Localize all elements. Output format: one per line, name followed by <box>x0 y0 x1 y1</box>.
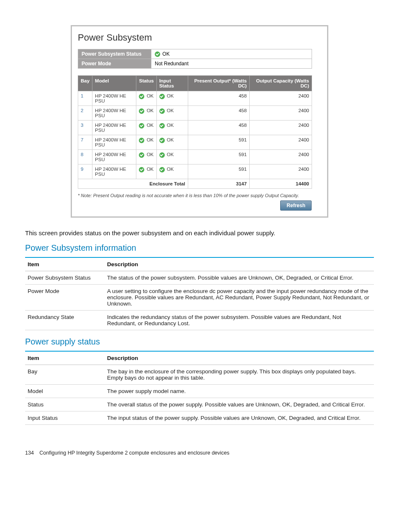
bay-cell: 7 <box>78 135 92 150</box>
input-status-cell: OK <box>156 164 188 179</box>
present-output-cell: 458 <box>188 121 249 135</box>
table-row: Power ModeA user setting to configure th… <box>25 285 374 311</box>
input-status-cell: OK <box>156 91 188 106</box>
table-row: 1HP 2400W HE PSU OK OK4582400 <box>78 91 312 106</box>
input-status-cell: OK <box>156 106 188 121</box>
total-row: Enclosure Total 3147 14400 <box>78 179 312 189</box>
output-capacity-cell: 2400 <box>249 121 312 135</box>
present-output-cell: 458 <box>188 91 249 106</box>
present-output-cell: 591 <box>188 150 249 164</box>
total-capacity: 14400 <box>249 179 312 189</box>
desc-cell: The input status of the power supply. Po… <box>105 411 374 425</box>
ok-icon <box>139 108 144 114</box>
psu-table: Bay Model Status Input Status Present Ou… <box>78 75 312 189</box>
table-row: StatusThe overall status of the power su… <box>25 398 374 411</box>
ok-icon <box>139 123 144 129</box>
item-cell: Redundancy State <box>25 311 105 330</box>
intro-text: This screen provides status on the power… <box>25 229 374 236</box>
ok-icon <box>159 152 165 158</box>
refresh-button[interactable]: Refresh <box>280 200 312 211</box>
output-capacity-cell: 2400 <box>249 164 312 179</box>
col-item: Item <box>25 257 105 271</box>
table-row: 2HP 2400W HE PSU OK OK4582400 <box>78 106 312 121</box>
ok-icon <box>155 51 160 57</box>
status-label: Power Subsystem Status <box>78 49 151 59</box>
input-status-cell: OK <box>156 150 188 164</box>
power-subsystem-panel: Power Subsystem Power Subsystem Status O… <box>71 25 328 218</box>
status-cell: OK <box>136 135 156 150</box>
bay-cell: 8 <box>78 150 92 164</box>
model-cell: HP 2400W HE PSU <box>92 106 136 121</box>
total-output: 3147 <box>188 179 249 189</box>
ok-icon <box>139 167 144 172</box>
page-number: 134 <box>25 450 34 456</box>
ok-icon <box>159 94 165 99</box>
col-present-output: Present Output* (Watts DC) <box>188 76 249 91</box>
col-desc: Description <box>105 257 374 271</box>
table-row: Power Subsystem StatusThe status of the … <box>25 271 374 285</box>
bay-cell: 1 <box>78 91 92 106</box>
mode-label: Power Mode <box>78 59 151 69</box>
status-cell: OK <box>136 106 156 121</box>
col-model: Model <box>92 76 136 91</box>
status-cell: OK <box>136 91 156 106</box>
footer-text: Configuring HP Integrity Superdome 2 com… <box>39 450 229 456</box>
col-item: Item <box>25 351 105 365</box>
desc-cell: The status of the power subsystem. Possi… <box>105 271 374 285</box>
desc-cell: The bay in the enclosure of the correspo… <box>105 365 374 385</box>
desc-cell: The power supply model name. <box>105 385 374 398</box>
col-input-status: Input Status <box>156 76 188 91</box>
status-cell: OK <box>136 150 156 164</box>
bay-cell: 9 <box>78 164 92 179</box>
output-capacity-cell: 2400 <box>249 150 312 164</box>
total-label: Enclosure Total <box>78 179 188 189</box>
item-cell: Power Subsystem Status <box>25 271 105 285</box>
present-output-cell: 591 <box>188 135 249 150</box>
table-row: Redundancy StateIndicates the redundancy… <box>25 311 374 330</box>
subsystem-info-table: Item Description Power Subsystem StatusT… <box>25 257 374 330</box>
ok-icon <box>159 138 165 143</box>
output-note: * Note: Present Output reading is not ac… <box>78 193 312 198</box>
col-status: Status <box>136 76 156 91</box>
supply-status-table: Item Description BayThe bay in the enclo… <box>25 351 374 425</box>
ok-icon <box>159 167 165 172</box>
table-row: 3HP 2400W HE PSU OK OK4582400 <box>78 121 312 135</box>
status-value-cell: OK <box>151 49 312 59</box>
desc-cell: A user setting to configure the enclosur… <box>105 285 374 311</box>
item-cell: Status <box>25 398 105 411</box>
status-cell: OK <box>136 121 156 135</box>
table-row: ModelThe power supply model name. <box>25 385 374 398</box>
model-cell: HP 2400W HE PSU <box>92 135 136 150</box>
table-row: BayThe bay in the enclosure of the corre… <box>25 365 374 385</box>
section-supply-status: Power supply status <box>25 337 374 347</box>
table-row: 7HP 2400W HE PSU OK OK5912400 <box>78 135 312 150</box>
bay-cell: 3 <box>78 121 92 135</box>
ok-icon <box>159 108 165 114</box>
model-cell: HP 2400W HE PSU <box>92 121 136 135</box>
present-output-cell: 458 <box>188 106 249 121</box>
ok-icon <box>139 138 144 143</box>
status-value: OK <box>162 51 169 57</box>
desc-cell: Indicates the redundancy status of the p… <box>105 311 374 330</box>
table-row: 8HP 2400W HE PSU OK OK5912400 <box>78 150 312 164</box>
model-cell: HP 2400W HE PSU <box>92 91 136 106</box>
ok-icon <box>159 123 165 129</box>
model-cell: HP 2400W HE PSU <box>92 150 136 164</box>
item-cell: Bay <box>25 365 105 385</box>
output-capacity-cell: 2400 <box>249 135 312 150</box>
item-cell: Power Mode <box>25 285 105 311</box>
mode-value: Not Redundant <box>151 59 312 69</box>
ok-icon <box>139 94 144 99</box>
status-cell: OK <box>136 164 156 179</box>
output-capacity-cell: 2400 <box>249 106 312 121</box>
bay-cell: 2 <box>78 106 92 121</box>
subsystem-status-table: Power Subsystem Status OK Power Mode Not… <box>78 49 312 69</box>
desc-cell: The overall status of the power supply. … <box>105 398 374 411</box>
section-subsystem-info: Power Subsystem information <box>25 243 374 253</box>
input-status-cell: OK <box>156 121 188 135</box>
table-row: Input StatusThe input status of the powe… <box>25 411 374 425</box>
output-capacity-cell: 2400 <box>249 91 312 106</box>
col-bay: Bay <box>78 76 92 91</box>
model-cell: HP 2400W HE PSU <box>92 164 136 179</box>
panel-title: Power Subsystem <box>78 32 322 43</box>
